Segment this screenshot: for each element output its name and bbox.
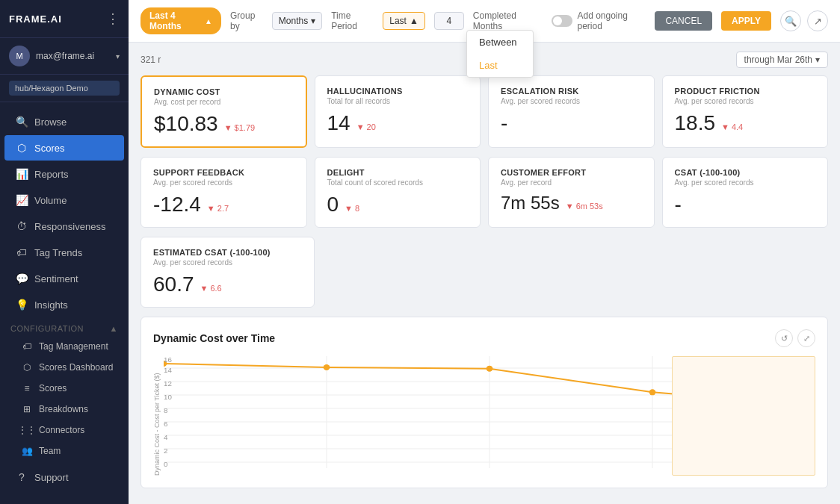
share-button[interactable]: ↗	[807, 10, 828, 31]
period-number-input[interactable]: 4	[434, 12, 464, 30]
group-by-value: Months	[279, 16, 308, 26]
cards-row-estimated: ESTIMATED CSAT (-100-100) Avg. per score…	[140, 237, 828, 308]
main-nav: 🔍 Browse ⬡ Scores 📊 Reports 📈 Volume ⏱ R…	[0, 102, 129, 504]
card-delight[interactable]: DELIGHT Total count of scored records 0 …	[315, 157, 481, 228]
chart-area: 0 2 4 6 8 10 12 14 16	[164, 356, 815, 476]
sidebar-item-tag-trends-label: Tag Trends	[34, 247, 82, 258]
breakdowns-icon: ⊞	[21, 403, 33, 415]
sidebar-item-responsiveness[interactable]: ⏱ Responsiveness	[4, 214, 124, 239]
card-estimated-csat-subtitle: Avg. per scored records	[153, 258, 302, 267]
card-delight-value: 0 ▼ 8	[327, 193, 469, 217]
support-icon: ?	[15, 470, 28, 484]
sidebar-item-support[interactable]: ? Support	[4, 464, 124, 490]
cancel-button[interactable]: CANCEL	[655, 11, 712, 31]
insights-icon: 💡	[15, 298, 28, 311]
filter-pill[interactable]: Last 4 Months ▲	[140, 7, 221, 34]
svg-text:14: 14	[164, 366, 172, 374]
ongoing-period-toggle[interactable]	[552, 15, 572, 27]
sidebar-item-team[interactable]: 👥 Team	[0, 441, 129, 461]
card-csat[interactable]: CSAT (-100-100) Avg. per scored records …	[662, 157, 829, 228]
card-delight-subtitle: Total count of scored records	[327, 178, 469, 187]
sidebar-item-connectors-label: Connectors	[39, 425, 84, 435]
time-period-value: Last	[389, 16, 407, 26]
chart-svg: 0 2 4 6 8 10 12 14 16	[164, 356, 815, 476]
card-escalation-risk-value: -	[501, 111, 642, 135]
search-icon: 🔍	[15, 115, 28, 128]
svg-point-12	[324, 364, 330, 370]
search-button[interactable]: 🔍	[780, 10, 801, 31]
sidebar-header: FRAME.AI ⋮	[0, 0, 129, 38]
workspace-badge[interactable]: hub/Hexagon Demo	[9, 81, 120, 96]
sidebar-item-connectors[interactable]: ⋮⋮ Connectors	[0, 420, 129, 441]
date-range-chevron-icon: ▾	[815, 55, 820, 65]
sidebar-item-scores-dashboard[interactable]: ⬡ Scores Dashboard	[0, 357, 129, 378]
svg-text:16: 16	[164, 356, 172, 364]
card-escalation-risk[interactable]: ESCALATION RISK Avg. per scored records …	[488, 75, 655, 148]
sidebar-item-scores-config[interactable]: ≡ Scores	[0, 378, 129, 399]
card-estimated-csat-change: ▼ 6.6	[200, 284, 222, 293]
sidebar-item-tag-trends[interactable]: 🏷 Tag Trends	[4, 240, 124, 265]
card-product-friction[interactable]: PRODUCT FRICTION Avg. per scored records…	[662, 75, 829, 148]
filter-pill-label: Last 4 Months	[149, 10, 202, 31]
time-period-select[interactable]: Last ▲	[383, 12, 425, 30]
reports-icon: 📊	[15, 167, 28, 181]
time-period-dropdown: Between Last	[466, 30, 534, 78]
sidebar-item-browse[interactable]: 🔍 Browse	[4, 109, 124, 134]
group-by-chevron-icon: ▾	[311, 16, 315, 26]
sidebar-item-scores-dashboard-label: Scores Dashboard	[39, 362, 113, 373]
svg-text:6: 6	[164, 420, 167, 428]
ongoing-period-toggle-wrap: Add ongoing period	[552, 10, 646, 31]
chart-refresh-button[interactable]: ↺	[775, 329, 793, 347]
svg-text:2: 2	[164, 447, 167, 455]
group-by-select[interactable]: Months ▾	[272, 12, 322, 30]
user-profile[interactable]: M max@frame.ai ▾	[0, 38, 129, 75]
card-dynamic-cost[interactable]: DYNAMIC COST Avg. cost per record $10.83…	[140, 75, 307, 148]
svg-point-15	[779, 400, 786, 406]
svg-point-13	[487, 366, 493, 372]
chevron-up-icon: ▲	[110, 324, 118, 333]
workspace-section: hub/Hexagon Demo	[0, 75, 129, 102]
chart-expand-button[interactable]: ⤢	[797, 329, 815, 347]
card-escalation-risk-title: ESCALATION RISK	[501, 87, 642, 96]
card-customer-effort-value: 7m 55s ▼ 6m 53s	[501, 193, 642, 214]
sidebar: FRAME.AI ⋮ M max@frame.ai ▾ hub/Hexagon …	[0, 0, 129, 504]
chart-card: Dynamic Cost over Time ↺ ⤢ Dynamic Cost …	[140, 317, 828, 488]
brand-logo: FRAME.AI	[9, 13, 62, 25]
avatar: M	[9, 46, 30, 66]
sidebar-item-sentiment[interactable]: 💬 Sentiment	[4, 266, 124, 291]
menu-icon[interactable]: ⋮	[106, 10, 120, 27]
card-hallucinations[interactable]: HALLUCINATIONS Total for all records 14 …	[315, 75, 481, 148]
apply-button[interactable]: APPLY	[721, 11, 771, 31]
cards-grid-row1: DYNAMIC COST Avg. cost per record $10.83…	[140, 75, 828, 148]
card-hallucinations-value: 14 ▼ 20	[327, 111, 469, 135]
card-estimated-csat[interactable]: ESTIMATED CSAT (-100-100) Avg. per score…	[140, 237, 315, 308]
sidebar-item-tag-management[interactable]: 🏷 Tag Management	[0, 336, 129, 357]
sidebar-item-volume[interactable]: 📈 Volume	[4, 187, 124, 213]
volume-icon: 📈	[15, 193, 28, 207]
svg-text:8: 8	[164, 406, 167, 414]
sidebar-item-scores[interactable]: ⬡ Scores	[4, 135, 124, 161]
card-support-feedback-value: -12.4 ▼ 2.7	[153, 193, 294, 217]
time-period-label: Time Period	[331, 10, 374, 31]
content-area: 321 r through Mar 26th ▾ DYNAMIC COST Av…	[129, 43, 840, 504]
date-range-pill: through Mar 26th ▾	[736, 52, 828, 68]
period-unit-label: Completed Months	[473, 10, 540, 31]
card-hallucinations-subtitle: Total for all records	[327, 97, 469, 105]
card-delight-change: ▼ 8	[345, 204, 359, 213]
sidebar-item-breakdowns[interactable]: ⊞ Breakdowns	[0, 399, 129, 420]
sidebar-item-insights[interactable]: 💡 Insights	[4, 292, 124, 317]
time-period-chevron-icon: ▲	[410, 16, 419, 26]
sidebar-item-reports[interactable]: 📊 Reports	[4, 161, 124, 187]
scores-icon: ⬡	[15, 141, 28, 155]
svg-text:10: 10	[164, 393, 172, 401]
sidebar-item-insights-label: Insights	[34, 299, 68, 311]
dropdown-item-between[interactable]: Between	[467, 31, 533, 54]
chart-header: Dynamic Cost over Time ↺ ⤢	[153, 329, 815, 347]
card-delight-title: DELIGHT	[327, 168, 469, 177]
card-customer-effort[interactable]: CUSTOMER EFFORT Avg. per record 7m 55s ▼…	[488, 157, 655, 228]
dropdown-item-last[interactable]: Last	[467, 54, 533, 77]
card-customer-effort-subtitle: Avg. per record	[501, 178, 642, 187]
card-support-feedback[interactable]: SUPPORT FEEDBACK Avg. per scored records…	[140, 157, 307, 228]
card-estimated-csat-title: ESTIMATED CSAT (-100-100)	[153, 248, 302, 257]
scores-config-icon: ≡	[21, 382, 33, 394]
